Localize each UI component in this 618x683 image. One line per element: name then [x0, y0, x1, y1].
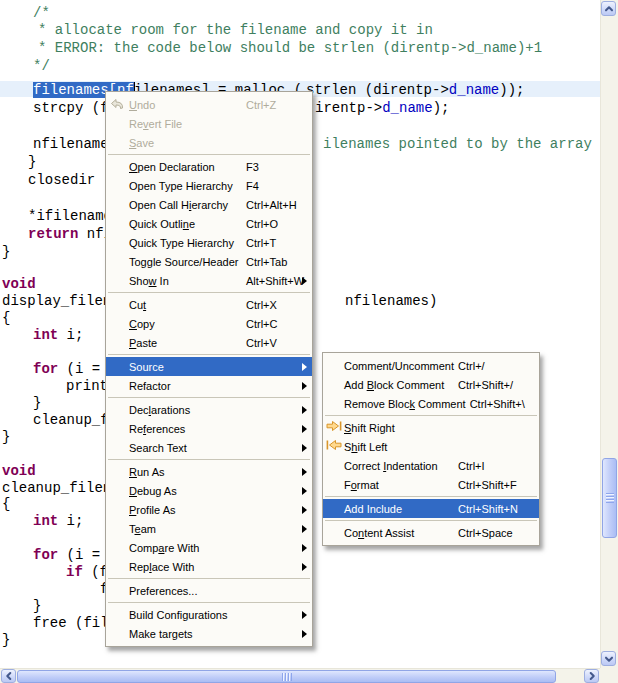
submenu-arrow-icon	[302, 406, 307, 414]
menu-item-search-text[interactable]: Search Text	[106, 438, 312, 457]
code-fragment: void	[2, 277, 36, 292]
code-line: * ERROR: the code below should be strlen…	[0, 41, 600, 58]
code-fragment: }	[28, 155, 36, 170]
code-fragment: {	[2, 497, 10, 512]
code-fragment: }	[2, 245, 10, 260]
menu-item-show-in[interactable]: Show InAlt+Shift+W	[106, 271, 312, 290]
menu-item-refactor[interactable]: Refactor	[106, 376, 312, 395]
menu-item-accelerator: Ctrl+V	[246, 337, 277, 349]
eclipse-editor-screenshot: /** allocate room for the filename and c…	[0, 0, 618, 683]
menu-item-accelerator: Ctrl+O	[246, 218, 278, 230]
menu-item-accelerator: Ctrl+Shift+N	[458, 503, 518, 515]
chevron-left-icon	[3, 670, 15, 682]
menu-item-source[interactable]: Source	[106, 357, 312, 376]
menu-item-label: Format	[344, 479, 458, 491]
horizontal-scroll-thumb[interactable]	[17, 670, 556, 683]
menu-item-compare-with[interactable]: Compare With	[106, 538, 312, 557]
menu-item-quick-outline[interactable]: Quick OutlineCtrl+O	[106, 214, 312, 233]
menu-item-toggle-source-header[interactable]: Toggle Source/HeaderCtrl+Tab	[106, 252, 312, 271]
menu-item-label: Undo	[129, 99, 246, 111]
submenu-arrow-icon	[302, 630, 307, 638]
menu-item-label: Open Call Hierarchy	[129, 199, 246, 211]
code-fragment: }	[2, 633, 10, 648]
vertical-scroll-thumb[interactable]	[602, 458, 617, 538]
menu-item-accelerator: Ctrl+Z	[246, 99, 276, 111]
scroll-up-button[interactable]	[601, 1, 616, 16]
code-fragment: * allocate room for the filename and cop…	[38, 23, 433, 38]
chevron-right-icon	[586, 670, 598, 682]
menu-item-profile-as[interactable]: Profile As	[106, 500, 312, 519]
menu-item-accelerator: Ctrl+Shift+/	[458, 379, 513, 391]
menu-item-open-declaration[interactable]: Open DeclarationF3	[106, 157, 312, 176]
submenu-arrow-icon	[302, 363, 307, 371]
submenu-arrow-icon	[302, 506, 307, 514]
menu-item-remove-block-comment[interactable]: Remove Block CommentCtrl+Shift+\	[323, 394, 539, 413]
menu-item-label: Source	[129, 361, 246, 373]
menu-item-undo[interactable]: UndoCtrl+Z	[106, 95, 312, 114]
menu-item-format[interactable]: FormatCtrl+Shift+F	[323, 475, 539, 494]
code-line: /*	[0, 6, 600, 23]
code-fragment: }	[2, 430, 10, 445]
editor-context-menu: UndoCtrl+ZRevert FileSaveOpen Declaratio…	[105, 91, 313, 647]
menu-item-shift-left[interactable]: Shift Left	[323, 437, 539, 456]
menu-item-preferences[interactable]: Preferences...	[106, 581, 312, 600]
menu-item-label: Shift Left	[344, 441, 458, 453]
menu-item-cut[interactable]: CutCtrl+X	[106, 295, 312, 314]
menu-item-label: Add Block Comment	[344, 379, 458, 391]
menu-item-team[interactable]: Team	[106, 519, 312, 538]
submenu-arrow-icon	[302, 444, 307, 452]
menu-item-label: Remove Block Comment	[344, 398, 470, 410]
menu-item-label: Make targets	[129, 628, 246, 640]
menu-item-open-type-hierarchy[interactable]: Open Type HierarchyF4	[106, 176, 312, 195]
submenu-arrow-icon	[302, 468, 307, 476]
menu-item-correct-indentation[interactable]: Correct IndentationCtrl+I	[323, 456, 539, 475]
menu-item-debug-as[interactable]: Debug As	[106, 481, 312, 500]
menu-item-open-call-hierarchy[interactable]: Open Call HierarchyCtrl+Alt+H	[106, 195, 312, 214]
submenu-arrow-icon	[302, 382, 307, 390]
menu-item-label: Correct Indentation	[344, 460, 458, 472]
horizontal-scrollbar[interactable]	[0, 668, 600, 683]
menu-item-accelerator: F3	[246, 161, 259, 173]
menu-item-label: Declarations	[129, 404, 246, 416]
menu-item-label: Copy	[129, 318, 246, 330]
menu-item-make-targets[interactable]: Make targets	[106, 624, 312, 643]
menu-item-accelerator: Ctrl+Shift+F	[458, 479, 517, 491]
menu-item-label: Add Include	[344, 503, 458, 515]
menu-item-add-include[interactable]: Add IncludeCtrl+Shift+N	[323, 499, 539, 518]
code-line: * allocate room for the filename and cop…	[0, 23, 600, 40]
menu-item-shift-right[interactable]: Shift Right	[323, 418, 539, 437]
scrollbar-corner	[600, 668, 618, 683]
vertical-scrollbar[interactable]	[600, 0, 618, 668]
menu-item-build-configurations[interactable]: Build Configurations	[106, 605, 312, 624]
menu-item-label: Comment/Uncomment	[344, 360, 458, 372]
menu-item-copy[interactable]: CopyCtrl+C	[106, 314, 312, 333]
code-line: */	[0, 59, 600, 76]
menu-item-label: Preferences...	[129, 585, 246, 597]
menu-item-replace-with[interactable]: Replace With	[106, 557, 312, 576]
scroll-left-button[interactable]	[1, 669, 16, 683]
scroll-down-button[interactable]	[601, 651, 616, 666]
menu-item-accelerator: Ctrl+Shift+\	[470, 398, 525, 410]
code-fragment: * ERROR: the code below should be strlen…	[38, 41, 542, 56]
scroll-right-button[interactable]	[584, 669, 599, 683]
menu-item-revert-file[interactable]: Revert File	[106, 114, 312, 133]
menu-item-paste[interactable]: PasteCtrl+V	[106, 333, 312, 352]
menu-item-run-as[interactable]: Run As	[106, 462, 312, 481]
code-fragment: */	[33, 59, 50, 74]
menu-item-comment-uncomment[interactable]: Comment/UncommentCtrl+/	[323, 356, 539, 375]
submenu-arrow-icon	[302, 611, 307, 619]
menu-item-quick-type-hierarchy[interactable]: Quick Type HierarchyCtrl+T	[106, 233, 312, 252]
shift-left-icon	[325, 439, 343, 454]
menu-item-declarations[interactable]: Declarations	[106, 400, 312, 419]
menu-item-references[interactable]: References	[106, 419, 312, 438]
submenu-arrow-icon	[302, 544, 307, 552]
code-fragment: ilenames pointed to by the array */	[323, 137, 600, 152]
menu-item-label: Save	[129, 137, 246, 149]
code-fragment: {	[2, 311, 10, 326]
submenu-arrow-icon	[302, 425, 307, 433]
shift-right-icon	[325, 420, 343, 435]
menu-item-add-block-comment[interactable]: Add Block CommentCtrl+Shift+/	[323, 375, 539, 394]
menu-item-save[interactable]: Save	[106, 133, 312, 152]
menu-item-label: Quick Type Hierarchy	[129, 237, 246, 249]
menu-item-content-assist[interactable]: Content AssistCtrl+Space	[323, 523, 539, 542]
